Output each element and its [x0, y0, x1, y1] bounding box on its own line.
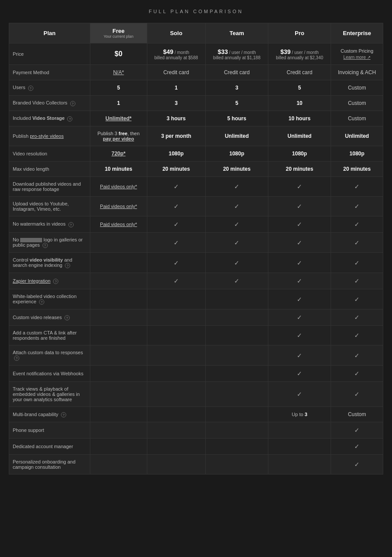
multi-brand-solo — [147, 407, 206, 422]
white-labeled-help-icon: ? — [39, 299, 44, 305]
custom-cta-free — [90, 326, 147, 345]
event-notifications-pro: ✓ — [268, 366, 331, 382]
video-resolution-row: Video resolution 720p* 1080p 1080p 1080p… — [9, 146, 383, 162]
resolution-feature-label: Video resolution — [9, 146, 90, 162]
white-labeled-feature-label: White-labeled video collection experienc… — [9, 289, 90, 309]
storage-team: 5 hours — [206, 111, 268, 126]
custom-data-solo — [147, 345, 206, 366]
visibility-team: ✓ — [206, 253, 268, 273]
custom-releases-help-icon: ? — [64, 315, 70, 320]
track-views-free — [90, 382, 147, 407]
custom-releases-feature-label: Custom video releases ? — [9, 309, 90, 326]
download-solo: ✓ — [147, 177, 206, 197]
max-length-feature-label: Max video length — [9, 162, 90, 177]
event-notifications-solo — [147, 366, 206, 382]
onboarding-enterprise: ✓ — [331, 455, 383, 474]
max-length-pro: 20 minutes — [268, 162, 331, 177]
custom-releases-free — [90, 309, 147, 326]
upload-free: Paid videos only* — [90, 197, 147, 216]
custom-data-pro: ✓ — [268, 345, 331, 366]
white-labeled-solo — [147, 289, 206, 309]
payment-solo: Credit card — [147, 65, 206, 80]
storage-pro: 10 hours — [268, 111, 331, 126]
watermarks-help-icon: ? — [68, 222, 74, 227]
max-video-length-row: Max video length 10 minutes 20 minutes 2… — [9, 162, 383, 177]
payment-team: Credit card — [206, 65, 268, 80]
branded-solo: 3 — [147, 96, 206, 111]
brand-logo-feature-label: No logo in galleries or public pages ? — [9, 233, 90, 253]
learn-more-link[interactable]: Learn more ↗ — [343, 55, 371, 60]
payment-method-row: Payment Method N/A* Credit card Credit c… — [9, 65, 383, 80]
no-watermarks-row: No watermarks in videos ? Paid videos on… — [9, 216, 383, 233]
publish-solo: 3 per month — [147, 126, 206, 146]
price-enterprise: Custom Pricing Learn more ↗ — [331, 43, 383, 65]
max-length-team: 20 minutes — [206, 162, 268, 177]
publish-feature-label: Publish pro-style videos — [9, 126, 90, 146]
white-labeled-row: White-labeled video collection experienc… — [9, 289, 383, 309]
onboarding-solo — [147, 455, 206, 474]
brand-logo-team: ✓ — [206, 233, 268, 253]
event-notifications-team — [206, 366, 268, 382]
multi-brand-help-icon: ? — [61, 412, 66, 417]
brand-logo-free — [90, 233, 147, 253]
watermarks-pro: ✓ — [268, 216, 331, 233]
publish-enterprise: Unlimited — [331, 126, 383, 146]
video-visibility-row: Control video visibility and search engi… — [9, 253, 383, 273]
price-row: Price $0 $49 / month billed annually at … — [9, 43, 383, 65]
resolution-free: 720p* — [90, 146, 147, 162]
users-pro: 5 — [268, 80, 331, 96]
zapier-team: ✓ — [206, 273, 268, 289]
zapier-row: Zapier Integration ? ✓ ✓ ✓ ✓ — [9, 273, 383, 289]
brand-logo-enterprise: ✓ — [331, 233, 383, 253]
track-views-team — [206, 382, 268, 407]
custom-releases-team — [206, 309, 268, 326]
visibility-enterprise: ✓ — [331, 253, 383, 273]
visibility-free — [90, 253, 147, 273]
storage-free: Unlimited* — [90, 111, 147, 126]
multi-brand-team — [206, 407, 268, 422]
custom-releases-enterprise: ✓ — [331, 309, 383, 326]
phone-support-enterprise: ✓ — [331, 422, 383, 438]
onboarding-free — [90, 455, 147, 474]
resolution-solo: 1080p — [147, 146, 206, 162]
users-enterprise: Custom — [331, 80, 383, 96]
resolution-pro: 1080p — [268, 146, 331, 162]
dedicated-manager-team — [206, 438, 268, 455]
custom-releases-row: Custom video releases ? ✓ ✓ — [9, 309, 383, 326]
multi-brand-enterprise: Custom — [331, 407, 383, 422]
multi-brand-feature-label: Multi-brand capability ? — [9, 407, 90, 422]
payment-free: N/A* — [90, 65, 147, 80]
publish-pro: Unlimited — [268, 126, 331, 146]
phone-support-free — [90, 422, 147, 438]
custom-cta-enterprise: ✓ — [331, 326, 383, 345]
multi-brand-row: Multi-brand capability ? Up to 3 Custom — [9, 407, 383, 422]
download-team: ✓ — [206, 177, 268, 197]
video-storage-feature-label: Included Video Storage ? — [9, 111, 90, 126]
watermarks-team: ✓ — [206, 216, 268, 233]
dedicated-manager-row: Dedicated account manager ✓ — [9, 438, 383, 455]
watermarks-feature-label: No watermarks in videos ? — [9, 216, 90, 233]
max-length-enterprise: 20 minutes — [331, 162, 383, 177]
phone-support-pro — [268, 422, 331, 438]
upload-team: ✓ — [206, 197, 268, 216]
onboarding-feature-label: Personalized onboarding and campaign con… — [9, 455, 90, 474]
zapier-help-icon: ? — [53, 279, 58, 284]
multi-brand-free — [90, 407, 147, 422]
watermarks-solo: ✓ — [147, 216, 206, 233]
phone-support-solo — [147, 422, 206, 438]
visibility-solo: ✓ — [147, 253, 206, 273]
download-pro: ✓ — [268, 177, 331, 197]
white-labeled-enterprise: ✓ — [331, 289, 383, 309]
custom-releases-solo — [147, 309, 206, 326]
branded-team: 5 — [206, 96, 268, 111]
visibility-feature-label: Control video visibility and search engi… — [9, 253, 90, 273]
price-team: $33 / user / month billed annually at $1… — [206, 43, 268, 65]
dedicated-manager-solo — [147, 438, 206, 455]
dedicated-manager-pro — [268, 438, 331, 455]
payment-feature-label: Payment Method — [9, 65, 90, 80]
custom-data-team — [206, 345, 268, 366]
payment-pro: Credit card — [268, 65, 331, 80]
zapier-pro: ✓ — [268, 273, 331, 289]
custom-data-feature-label: Attach custom data to responses ? — [9, 345, 90, 366]
dedicated-manager-enterprise: ✓ — [331, 438, 383, 455]
